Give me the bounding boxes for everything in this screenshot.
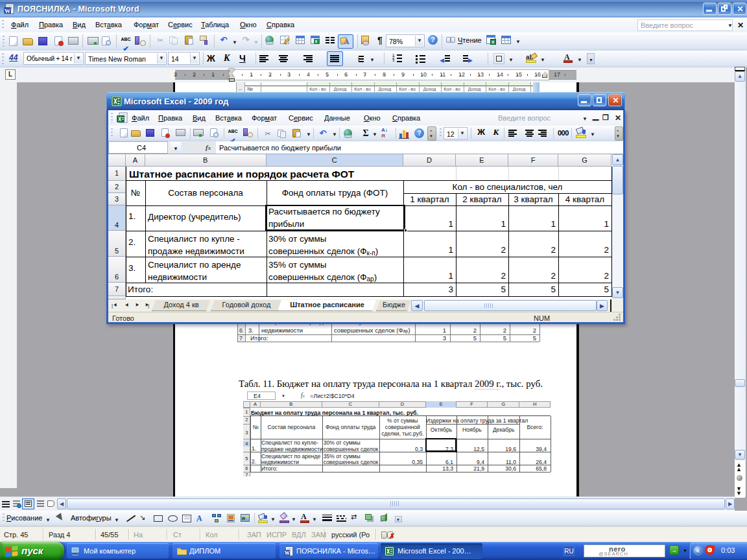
svg-text:W: W (5, 8, 10, 14)
svg-text:W: W (285, 550, 290, 556)
